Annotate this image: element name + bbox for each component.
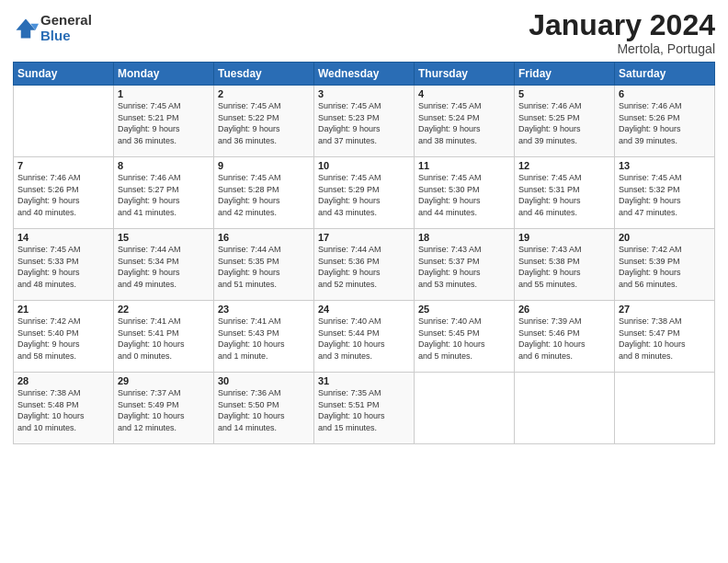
day-number: 17 (318, 232, 410, 243)
day-info: Sunrise: 7:40 AM Sunset: 5:45 PM Dayligh… (418, 316, 510, 362)
day-info: Sunrise: 7:41 AM Sunset: 5:43 PM Dayligh… (218, 316, 310, 362)
day-info: Sunrise: 7:39 AM Sunset: 5:46 PM Dayligh… (518, 316, 610, 362)
day-number: 28 (17, 375, 109, 386)
day-number: 10 (318, 160, 410, 171)
calendar-cell: 16Sunrise: 7:44 AM Sunset: 5:35 PM Dayli… (214, 229, 314, 301)
day-info: Sunrise: 7:42 AM Sunset: 5:40 PM Dayligh… (17, 316, 109, 362)
calendar-cell: 19Sunrise: 7:43 AM Sunset: 5:38 PM Dayli… (515, 229, 615, 301)
logo-general: General (40, 13, 92, 29)
calendar-cell (415, 373, 515, 444)
calendar-cell: 20Sunrise: 7:42 AM Sunset: 5:39 PM Dayli… (615, 229, 715, 301)
calendar-cell (615, 373, 715, 444)
logo-text: General Blue (40, 13, 92, 43)
day-number: 22 (118, 304, 210, 315)
calendar-cell: 13Sunrise: 7:45 AM Sunset: 5:32 PM Dayli… (615, 157, 715, 229)
day-number: 8 (118, 160, 210, 171)
day-number: 6 (619, 88, 711, 99)
calendar-cell: 24Sunrise: 7:40 AM Sunset: 5:44 PM Dayli… (314, 301, 415, 373)
col-monday: Monday (114, 63, 214, 86)
calendar-cell: 22Sunrise: 7:41 AM Sunset: 5:41 PM Dayli… (114, 301, 214, 373)
day-number: 4 (418, 88, 510, 99)
day-info: Sunrise: 7:46 AM Sunset: 5:26 PM Dayligh… (17, 172, 109, 218)
day-number: 9 (218, 160, 310, 171)
calendar-cell: 12Sunrise: 7:45 AM Sunset: 5:31 PM Dayli… (515, 157, 615, 229)
day-info: Sunrise: 7:38 AM Sunset: 5:47 PM Dayligh… (619, 316, 711, 362)
title-block: January 2024 Mertola, Portugal (529, 9, 715, 56)
day-number: 30 (218, 375, 310, 386)
day-number: 16 (218, 232, 310, 243)
col-saturday: Saturday (615, 63, 715, 86)
calendar-cell: 9Sunrise: 7:45 AM Sunset: 5:28 PM Daylig… (214, 157, 314, 229)
day-info: Sunrise: 7:45 AM Sunset: 5:22 PM Dayligh… (218, 100, 310, 146)
calendar-header: Sunday Monday Tuesday Wednesday Thursday… (14, 63, 715, 86)
day-number: 13 (619, 160, 711, 171)
calendar-cell: 11Sunrise: 7:45 AM Sunset: 5:30 PM Dayli… (415, 157, 515, 229)
calendar-cell: 23Sunrise: 7:41 AM Sunset: 5:43 PM Dayli… (214, 301, 314, 373)
day-info: Sunrise: 7:46 AM Sunset: 5:26 PM Dayligh… (619, 100, 711, 146)
logo: General Blue (13, 13, 92, 43)
day-number: 18 (418, 232, 510, 243)
day-number: 5 (518, 88, 610, 99)
calendar-cell: 1Sunrise: 7:45 AM Sunset: 5:21 PM Daylig… (114, 86, 214, 157)
col-wednesday: Wednesday (314, 63, 415, 86)
col-sunday: Sunday (14, 63, 114, 86)
calendar-cell: 30Sunrise: 7:36 AM Sunset: 5:50 PM Dayli… (214, 373, 314, 444)
day-number: 3 (318, 88, 410, 99)
day-info: Sunrise: 7:41 AM Sunset: 5:41 PM Dayligh… (118, 316, 210, 362)
header: General Blue January 2024 Mertola, Portu… (13, 9, 715, 56)
day-info: Sunrise: 7:44 AM Sunset: 5:35 PM Dayligh… (218, 244, 310, 290)
calendar-cell: 26Sunrise: 7:39 AM Sunset: 5:46 PM Dayli… (515, 301, 615, 373)
day-info: Sunrise: 7:45 AM Sunset: 5:31 PM Dayligh… (518, 172, 610, 218)
calendar-cell: 6Sunrise: 7:46 AM Sunset: 5:26 PM Daylig… (615, 86, 715, 157)
calendar-cell: 18Sunrise: 7:43 AM Sunset: 5:37 PM Dayli… (415, 229, 515, 301)
calendar-cell (14, 86, 114, 157)
day-info: Sunrise: 7:36 AM Sunset: 5:50 PM Dayligh… (218, 387, 310, 433)
header-row: Sunday Monday Tuesday Wednesday Thursday… (14, 63, 715, 86)
day-number: 20 (619, 232, 711, 243)
calendar-cell: 4Sunrise: 7:45 AM Sunset: 5:24 PM Daylig… (415, 86, 515, 157)
calendar-cell: 25Sunrise: 7:40 AM Sunset: 5:45 PM Dayli… (415, 301, 515, 373)
day-number: 21 (17, 304, 109, 315)
day-info: Sunrise: 7:45 AM Sunset: 5:33 PM Dayligh… (17, 244, 109, 290)
calendar-week-3: 14Sunrise: 7:45 AM Sunset: 5:33 PM Dayli… (14, 229, 715, 301)
day-number: 14 (17, 232, 109, 243)
day-info: Sunrise: 7:45 AM Sunset: 5:28 PM Dayligh… (218, 172, 310, 218)
day-number: 2 (218, 88, 310, 99)
calendar-cell: 5Sunrise: 7:46 AM Sunset: 5:25 PM Daylig… (515, 86, 615, 157)
day-number: 25 (418, 304, 510, 315)
calendar-cell: 21Sunrise: 7:42 AM Sunset: 5:40 PM Dayli… (14, 301, 114, 373)
day-info: Sunrise: 7:35 AM Sunset: 5:51 PM Dayligh… (318, 387, 410, 433)
logo-icon (13, 16, 39, 41)
col-thursday: Thursday (415, 63, 515, 86)
day-number: 15 (118, 232, 210, 243)
svg-marker-0 (17, 18, 36, 38)
calendar-week-1: 1Sunrise: 7:45 AM Sunset: 5:21 PM Daylig… (14, 86, 715, 157)
day-info: Sunrise: 7:45 AM Sunset: 5:32 PM Dayligh… (619, 172, 711, 218)
calendar-table: Sunday Monday Tuesday Wednesday Thursday… (13, 62, 715, 444)
day-info: Sunrise: 7:45 AM Sunset: 5:24 PM Dayligh… (418, 100, 510, 146)
calendar-week-2: 7Sunrise: 7:46 AM Sunset: 5:26 PM Daylig… (14, 157, 715, 229)
col-friday: Friday (515, 63, 615, 86)
day-number: 23 (218, 304, 310, 315)
day-number: 19 (518, 232, 610, 243)
day-info: Sunrise: 7:46 AM Sunset: 5:27 PM Dayligh… (118, 172, 210, 218)
calendar-cell: 8Sunrise: 7:46 AM Sunset: 5:27 PM Daylig… (114, 157, 214, 229)
calendar-page: General Blue January 2024 Mertola, Portu… (0, 0, 728, 563)
day-info: Sunrise: 7:45 AM Sunset: 5:21 PM Dayligh… (118, 100, 210, 146)
day-number: 7 (17, 160, 109, 171)
calendar-cell: 27Sunrise: 7:38 AM Sunset: 5:47 PM Dayli… (615, 301, 715, 373)
day-number: 31 (318, 375, 410, 386)
day-info: Sunrise: 7:43 AM Sunset: 5:37 PM Dayligh… (418, 244, 510, 290)
calendar-week-4: 21Sunrise: 7:42 AM Sunset: 5:40 PM Dayli… (14, 301, 715, 373)
calendar-cell: 7Sunrise: 7:46 AM Sunset: 5:26 PM Daylig… (14, 157, 114, 229)
day-info: Sunrise: 7:46 AM Sunset: 5:25 PM Dayligh… (518, 100, 610, 146)
calendar-cell: 15Sunrise: 7:44 AM Sunset: 5:34 PM Dayli… (114, 229, 214, 301)
calendar-cell: 28Sunrise: 7:38 AM Sunset: 5:48 PM Dayli… (14, 373, 114, 444)
calendar-cell: 14Sunrise: 7:45 AM Sunset: 5:33 PM Dayli… (14, 229, 114, 301)
day-info: Sunrise: 7:44 AM Sunset: 5:34 PM Dayligh… (118, 244, 210, 290)
calendar-cell: 10Sunrise: 7:45 AM Sunset: 5:29 PM Dayli… (314, 157, 415, 229)
calendar-cell: 31Sunrise: 7:35 AM Sunset: 5:51 PM Dayli… (314, 373, 415, 444)
day-number: 24 (318, 304, 410, 315)
calendar-cell: 2Sunrise: 7:45 AM Sunset: 5:22 PM Daylig… (214, 86, 314, 157)
day-info: Sunrise: 7:40 AM Sunset: 5:44 PM Dayligh… (318, 316, 410, 362)
